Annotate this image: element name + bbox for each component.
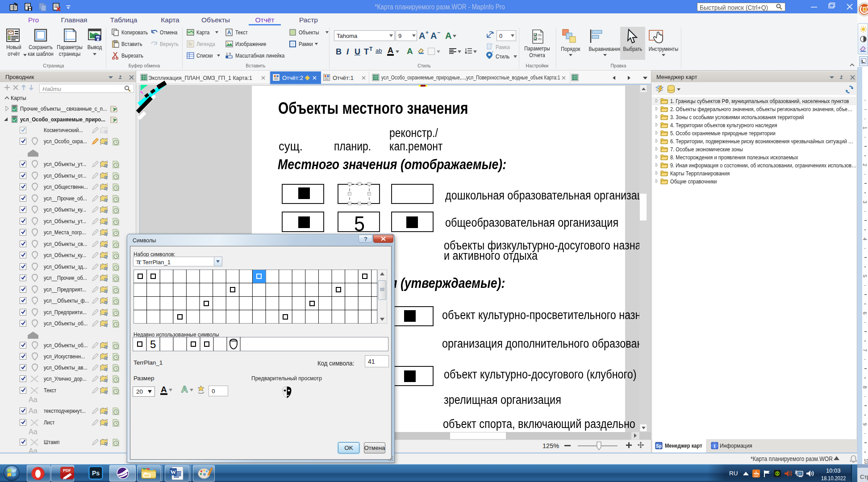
svg-text:Ps: Ps bbox=[92, 470, 100, 477]
svg-text:PDF: PDF bbox=[63, 468, 71, 473]
svg-text:W: W bbox=[171, 469, 176, 475]
svg-text:T: T bbox=[138, 259, 142, 266]
svg-text:Sp: Sp bbox=[656, 444, 662, 449]
svg-text:1 5: 1 5 bbox=[226, 52, 231, 56]
svg-text:A: A bbox=[227, 29, 231, 36]
svg-text:I: I bbox=[714, 443, 715, 449]
